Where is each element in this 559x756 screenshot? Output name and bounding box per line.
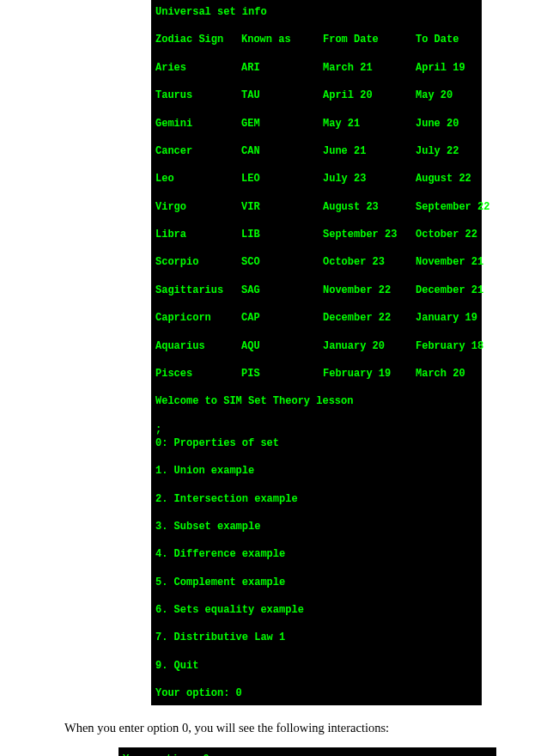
- terminal-output-1: Universal set info Zodiac SignKnown asFr…: [151, 0, 482, 705]
- caption-text: When you enter option 0, you will see th…: [64, 721, 559, 735]
- menu-item: 2. Intersection example: [155, 492, 477, 506]
- menu-item: 3. Subset example: [155, 520, 477, 533]
- menu-item: 5. Complement example: [155, 576, 477, 589]
- table-row: SagittariusSAGNovember 22December 21: [155, 284, 477, 297]
- terminal1-header: Universal set info: [155, 5, 477, 19]
- table-row: AquariusAQUJanuary 20February 18: [155, 339, 477, 353]
- col-from: From Date: [323, 33, 416, 46]
- table-row: TaurusTAUApril 20May 20: [155, 88, 477, 102]
- col-to: To Date: [416, 33, 459, 46]
- menu-item: 4. Difference example: [155, 547, 477, 561]
- table-row: VirgoVIRAugust 23September 22: [155, 200, 477, 214]
- table-row: PiscesPISFebruary 19March 20: [155, 367, 477, 381]
- table-row: ScorpioSCOOctober 23November 21: [155, 255, 477, 269]
- menu-item: 0: Properties of set: [155, 436, 477, 450]
- table-header-row: Zodiac SignKnown asFrom DateTo Date: [155, 33, 477, 46]
- menu-item: 1. Union example: [155, 464, 477, 478]
- menu-item: 9. Quit: [155, 659, 477, 673]
- table-row: GeminiGEMMay 21June 20: [155, 117, 477, 131]
- terminal-output-2: Your option: 0 ; Here is an example of s…: [118, 747, 496, 756]
- menu-item: 7. Distributive Law 1: [155, 631, 477, 644]
- table-row: CapricornCAPDecember 22January 19: [155, 311, 477, 325]
- table-row: AriesARIMarch 21April 19: [155, 61, 477, 75]
- table-row: LibraLIBSeptember 23October 22: [155, 228, 477, 241]
- menu-item: 6. Sets equality example: [155, 603, 477, 617]
- col-sign: Zodiac Sign: [155, 33, 241, 46]
- prompt-line: Your option: 0: [155, 686, 477, 700]
- col-known: Known as: [241, 33, 323, 46]
- table-row: LeoLEOJuly 23August 22: [155, 172, 477, 186]
- welcome-line: Welcome to SIM Set Theory lesson: [155, 394, 477, 408]
- table-row: CancerCANJune 21July 22: [155, 144, 477, 158]
- term2-line: Your option: 0: [123, 753, 492, 756]
